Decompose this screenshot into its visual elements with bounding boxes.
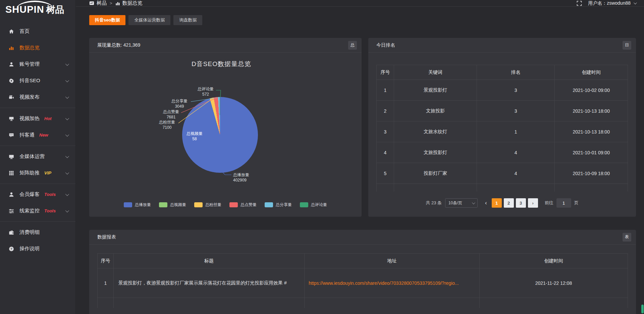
chevron-down-icon (634, 1, 637, 4)
goto-page-input[interactable] (556, 198, 571, 208)
prev-page-button[interactable]: ‹ (484, 200, 488, 206)
goto-label: 前往 (545, 200, 553, 206)
legend-item-fans[interactable]: 总粉丝量 (194, 202, 221, 208)
table-row: 2 文旅投影 3 2021-10-13 18:00 (377, 101, 628, 121)
sidebar-divider (0, 184, 75, 184)
card-header: 数据报表 表 (89, 230, 636, 245)
page-button-1[interactable]: 1 (492, 198, 502, 208)
user-icon (9, 62, 15, 67)
video-link[interactable]: https://www.iesdouyin.com/share/video/70… (309, 280, 459, 286)
person-icon (9, 192, 15, 197)
created-time-cell: 2021-11-22 12:08 (479, 268, 628, 298)
ranking-table-wrap: 序号 关键词 排名 创建时间 1 景观投影灯 3 (376, 65, 628, 192)
sidebar-item-label: 抖客通 (19, 132, 35, 138)
sliders-icon (9, 208, 15, 214)
sidebar-nav: 首页 数据总览 账号管理 抖音SEO 视频发布 (0, 19, 75, 257)
tools-tag: Tools (44, 192, 56, 197)
table-badge-button[interactable]: 表 (623, 233, 631, 242)
legend-item-videos[interactable]: 总视频量 (159, 202, 186, 208)
card-header: 今日排名 日 (368, 38, 636, 53)
breadcrumb-current[interactable]: 数据总览 (115, 0, 143, 6)
legend-item-likes[interactable]: 总点赞量 (229, 202, 257, 208)
logo-arc-icon (16, 1, 54, 9)
sidebar-item-label: 会员爆客 (19, 191, 40, 198)
chevron-down-icon (65, 208, 69, 212)
tab-inquiry-data[interactable]: 询盘数据 (173, 15, 202, 25)
table-row: 3 文旅水纹灯 1 2021-10-13 18:00 (377, 121, 628, 142)
sidebar-item-media-operation[interactable]: 全媒体运营 (0, 148, 75, 165)
sidebar-divider (0, 108, 75, 108)
column-header: 地址 (305, 254, 480, 268)
column-header: 创建时间 (555, 65, 628, 80)
screen-heat-icon (9, 116, 15, 121)
grid-icon (9, 170, 15, 176)
fullscreen-icon[interactable] (577, 1, 582, 6)
sidebar-item-lead-monitor[interactable]: 线索监控 Tools (0, 203, 75, 219)
main-column: 树品 > 数据总览 用户名：zswodun88 (76, 0, 644, 314)
sidebar-item-instructions[interactable]: ? 操作说明 (0, 241, 75, 257)
total-badge-button[interactable]: 总 (348, 41, 357, 50)
table-row: 1 景观投影灯，夜游景观投影灯厂家展示展示落花灯在花园里的灯光投影应用效果 # … (98, 268, 628, 298)
pie-label-comments: 总评论量572 (198, 86, 214, 97)
user-menu[interactable]: 用户名：zswodun88 (588, 0, 636, 6)
chevron-down-icon (65, 133, 69, 136)
table-row: 4 文旅投影灯 4 2021-10-01 09:00 (377, 142, 628, 163)
breadcrumb-root[interactable]: 树品 (89, 0, 107, 6)
table-row-partial (98, 298, 628, 308)
sidebar-item-account[interactable]: 账号管理 (0, 56, 75, 72)
sidebar-item-member-burst[interactable]: 会员爆客 Tools (0, 186, 75, 203)
video-title-cell: 景观投影灯，夜游景观投影灯厂家展示展示落花灯在花园里的灯光投影应用效果 # (114, 268, 305, 298)
sidebar-item-consumption-detail[interactable]: 消费明细 (0, 224, 75, 241)
topbar: 树品 > 数据总览 用户名：zswodun88 (76, 0, 644, 7)
day-badge-button[interactable]: 日 (623, 41, 631, 50)
breadcrumb: 树品 > 数据总览 (89, 0, 143, 6)
table-row: 1 景观投影灯 3 2021-10-02 09:00 (377, 80, 628, 101)
report-card-title: 数据报表 (97, 234, 116, 240)
legend-item-shares[interactable]: 总分享量 (265, 202, 292, 208)
impressions-overview-card: 展现量总数: 421,369 总 D音SEO数据量总览 (89, 38, 362, 217)
sidebar-item-doukestong[interactable]: 抖客通 New (0, 127, 75, 143)
sidebar-item-video-heat[interactable]: 视频加热 Hot (0, 110, 75, 127)
sidebar-item-label: 全媒体运营 (19, 153, 45, 160)
report-table-wrap: 序号 标题 地址 创建时间 1 景观投影灯，夜游景观投影灯厂家展示展示落花灯在花… (97, 253, 628, 308)
chevron-down-icon (65, 95, 69, 98)
page-button-2[interactable]: 2 (504, 198, 514, 208)
page-button-3[interactable]: 3 (516, 198, 526, 208)
sidebar-item-matrix-boost[interactable]: 矩阵助推 VIP (0, 165, 75, 181)
legend-swatch (194, 202, 203, 207)
sidebar-item-home[interactable]: 首页 (0, 23, 75, 40)
sidebar-item-label: 抖音SEO (19, 77, 40, 84)
home-icon (9, 29, 15, 34)
sidebar-divider (0, 221, 75, 222)
topbar-right: 用户名：zswodun88 (577, 0, 636, 6)
pie-label-fans: 总粉丝量7100 (159, 119, 175, 130)
legend-item-comments[interactable]: 总评论量 (300, 202, 327, 208)
chevron-down-icon (65, 154, 69, 158)
sidebar-item-video-publish[interactable]: 视频发布 (0, 89, 75, 105)
tab-douyin-seo-data[interactable]: 抖音seo数据 (89, 15, 125, 25)
monitor-icon (9, 154, 15, 159)
breadcrumb-root-label: 树品 (97, 0, 107, 6)
tab-media-operation-data[interactable]: 全媒体运营数据 (128, 15, 170, 25)
next-page-button[interactable]: › (528, 198, 538, 208)
video-camera-icon (9, 95, 15, 100)
data-report-card: 数据报表 表 序号 标题 地址 创建时间 (89, 230, 636, 314)
sidebar-item-data-overview[interactable]: 数据总览 (0, 40, 75, 56)
hot-tag: Hot (44, 116, 52, 121)
column-header: 标题 (114, 254, 305, 268)
pagination-total: 共 23 条 (426, 200, 442, 206)
video-url-cell: https://www.iesdouyin.com/share/video/70… (305, 268, 480, 298)
app-root: SHUPIN树品 首页 数据总览 账号管理 抖音SEO (0, 0, 644, 314)
legend-item-plays[interactable]: 总播放量 (124, 202, 151, 208)
page-size-select[interactable]: 10条/页 (445, 198, 478, 208)
sidebar-item-douyin-seo[interactable]: 抖音SEO (0, 72, 75, 89)
sidebar-item-label: 视频加热 (19, 115, 40, 122)
chat-bubble-icon (9, 133, 15, 138)
column-header: 排名 (477, 65, 555, 80)
sidebar-divider (0, 146, 75, 146)
sidebar-item-label: 数据总览 (19, 45, 40, 51)
page-scrollbar-thumb[interactable] (641, 305, 644, 313)
tools-tag: Tools (44, 208, 56, 213)
chart-legend: 总播放量 总视频量 总粉丝量 总点赞量 总分享量 总评论量 (89, 202, 362, 208)
legend-swatch (159, 202, 167, 207)
